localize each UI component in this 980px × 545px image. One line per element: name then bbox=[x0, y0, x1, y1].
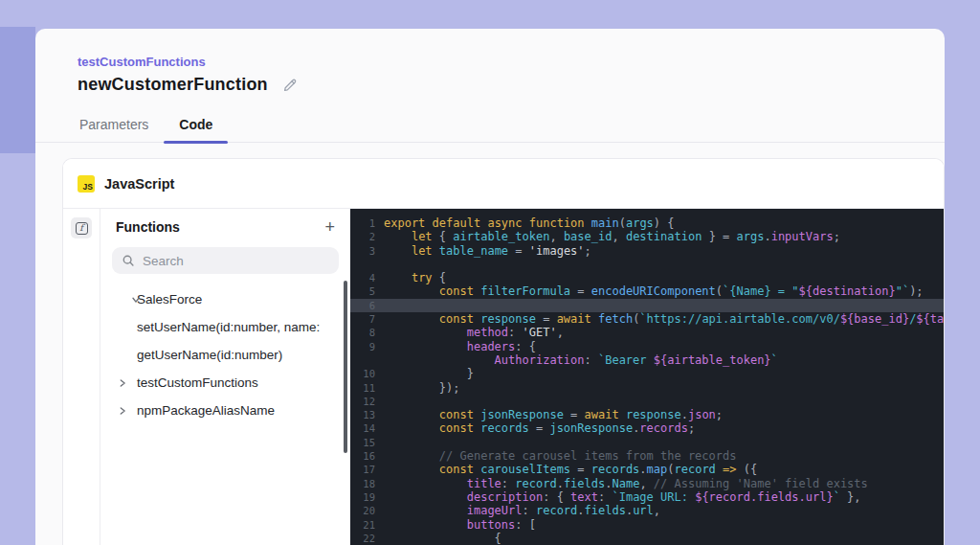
code-line[interactable]: 10 } bbox=[350, 367, 944, 380]
code-line-text: method: 'GET', bbox=[384, 326, 564, 339]
functions-panel-toggle-button[interactable]: f bbox=[71, 217, 92, 238]
breadcrumb[interactable]: testCustomFunctions bbox=[78, 55, 206, 69]
code-line[interactable]: 12 bbox=[350, 395, 944, 408]
code-line[interactable]: 19 description: { text: `Image URL: ${re… bbox=[350, 490, 944, 504]
background-corner-block bbox=[0, 27, 35, 153]
line-number bbox=[350, 353, 375, 367]
code-line-text: { bbox=[384, 532, 501, 545]
page-title: newCustomerFunction bbox=[78, 75, 268, 95]
code-line[interactable]: 2 let { airtable_token, base_id, destina… bbox=[350, 230, 944, 243]
code-line[interactable]: 3 let table_name = 'images'; bbox=[350, 244, 944, 258]
line-number: 9 bbox=[350, 340, 375, 353]
tree-item-label: SalesForce bbox=[137, 292, 202, 307]
code-editor[interactable]: 1export default async function main(args… bbox=[350, 209, 944, 545]
line-number: 13 bbox=[350, 408, 375, 421]
language-label: JavaScript bbox=[104, 176, 174, 192]
code-line-text: const filterFormula = encodeURIComponent… bbox=[384, 284, 924, 298]
functions-panel-title: Functions bbox=[116, 219, 180, 235]
line-number: 4 bbox=[350, 271, 375, 284]
main-card: testCustomFunctions newCustomerFunction … bbox=[35, 29, 945, 545]
add-function-button[interactable]: + bbox=[324, 220, 335, 234]
chevron-right-icon[interactable] bbox=[117, 377, 130, 389]
code-line[interactable]: 4 try { bbox=[350, 271, 944, 284]
tree-item-0[interactable]: SalesForce bbox=[100, 285, 350, 313]
search-icon bbox=[122, 254, 135, 267]
code-line[interactable]: 16 // Generate carousel items from the r… bbox=[350, 449, 944, 463]
tree-item-2[interactable]: getUserName(id:number) bbox=[100, 341, 350, 369]
code-line-text: Authorization: `Bearer ${airtable_token}… bbox=[384, 353, 778, 367]
tab-parameters[interactable]: Parameters bbox=[64, 106, 164, 142]
code-line-text: export default async function main(args)… bbox=[384, 216, 675, 230]
line-number: 20 bbox=[350, 504, 375, 517]
line-number: 3 bbox=[350, 244, 375, 258]
line-number: 17 bbox=[350, 463, 375, 476]
line-number: 16 bbox=[350, 449, 375, 463]
code-line-text: // Generate carousel items from the reco… bbox=[384, 449, 736, 463]
function-icon: f bbox=[76, 222, 88, 235]
code-line[interactable] bbox=[350, 258, 944, 271]
line-number: 18 bbox=[350, 477, 375, 490]
code-line[interactable]: 11 }); bbox=[350, 381, 944, 395]
tab-code[interactable]: Code bbox=[164, 106, 228, 142]
code-line[interactable]: 20 imageUrl: record.fields.url, bbox=[350, 504, 944, 517]
line-number: 19 bbox=[350, 490, 375, 504]
function-search-box[interactable] bbox=[112, 247, 339, 274]
line-number bbox=[350, 258, 375, 271]
line-number: 22 bbox=[350, 532, 375, 545]
code-line-text: }); bbox=[384, 381, 459, 395]
code-line-text: const response = await fetch(`https://ap… bbox=[384, 312, 944, 326]
line-number: 12 bbox=[350, 395, 375, 408]
code-line[interactable]: 9 headers: { bbox=[350, 340, 944, 353]
chevron-right-icon[interactable] bbox=[117, 405, 130, 417]
tab-bar: Parameters Code bbox=[35, 106, 945, 143]
edit-title-pencil-icon[interactable] bbox=[281, 77, 299, 94]
code-editor-card: JS JavaScript f Functions + bbox=[62, 158, 945, 545]
line-number: 8 bbox=[350, 326, 375, 339]
functions-tree: SalesForcesetUserName(id:number, name:ge… bbox=[100, 285, 350, 424]
code-line[interactable]: 21 buttons: [ bbox=[350, 518, 944, 532]
code-line-active[interactable]: 6 bbox=[350, 299, 944, 312]
tree-item-label: setUserName(id:number, name: bbox=[137, 320, 320, 334]
code-line[interactable]: 13 const jsonResponse = await response.j… bbox=[350, 408, 944, 421]
code-line-text: const jsonResponse = await response.json… bbox=[384, 408, 723, 421]
tree-item-1[interactable]: setUserName(id:number, name: bbox=[100, 313, 350, 341]
code-line[interactable]: 17 const carouselItems = records.map(rec… bbox=[350, 463, 944, 476]
code-line[interactable]: 14 const records = jsonResponse.records; bbox=[350, 421, 944, 435]
left-icon-strip: f bbox=[63, 209, 100, 545]
editor-body: f Functions + SalesForcesetUserName(id:n… bbox=[63, 209, 944, 545]
code-line[interactable]: 8 method: 'GET', bbox=[350, 326, 944, 339]
code-line[interactable]: 15 bbox=[350, 436, 944, 449]
code-line-text: } bbox=[384, 367, 474, 380]
title-row: newCustomerFunction bbox=[78, 75, 299, 95]
line-number: 11 bbox=[350, 381, 375, 395]
code-line[interactable]: 5 const filterFormula = encodeURICompone… bbox=[350, 284, 944, 298]
code-line[interactable]: Authorization: `Bearer ${airtable_token}… bbox=[350, 353, 944, 367]
functions-panel-scrollbar[interactable] bbox=[344, 281, 347, 453]
language-header: JS JavaScript bbox=[63, 159, 944, 209]
tree-item-4[interactable]: npmPackageAliasName bbox=[100, 397, 350, 424]
code-line-text: title: record.fields.Name, // Assuming '… bbox=[384, 477, 868, 490]
code-line-text: description: { text: `Image URL: ${recor… bbox=[384, 490, 861, 504]
line-number: 5 bbox=[350, 284, 375, 298]
code-line[interactable]: 22 { bbox=[350, 532, 944, 545]
code-line-text: const records = jsonResponse.records; bbox=[384, 421, 695, 435]
tree-item-label: testCustomFunctions bbox=[137, 375, 258, 390]
functions-panel: Functions + SalesForcesetUserName(id:num… bbox=[100, 209, 350, 545]
code-line-text: const carouselItems = records.map(record… bbox=[384, 463, 757, 476]
functions-panel-header: Functions + bbox=[100, 209, 350, 235]
tree-item-label: getUserName(id:number) bbox=[137, 348, 282, 362]
line-number: 14 bbox=[350, 421, 375, 435]
code-line-text: let table_name = 'images'; bbox=[384, 244, 591, 258]
line-number: 21 bbox=[350, 518, 375, 532]
javascript-badge-icon: JS bbox=[78, 175, 95, 193]
tree-item-label: npmPackageAliasName bbox=[137, 403, 275, 418]
code-line-text: let { airtable_token, base_id, destinati… bbox=[384, 230, 840, 243]
function-search-input[interactable] bbox=[143, 254, 329, 268]
code-line-text: try { bbox=[384, 271, 446, 284]
tree-item-3[interactable]: testCustomFunctions bbox=[100, 369, 350, 397]
code-line[interactable]: 18 title: record.fields.Name, // Assumin… bbox=[350, 477, 944, 490]
line-number: 10 bbox=[350, 367, 375, 380]
code-line[interactable]: 7 const response = await fetch(`https://… bbox=[350, 312, 944, 326]
code-line[interactable]: 1export default async function main(args… bbox=[350, 216, 944, 230]
chevron-down-icon[interactable] bbox=[117, 294, 130, 306]
